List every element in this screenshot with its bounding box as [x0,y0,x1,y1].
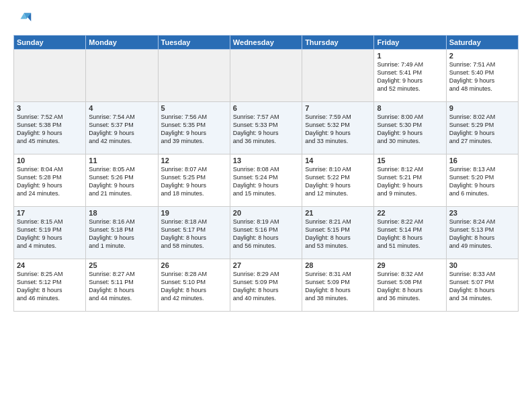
day-cell: 9Sunrise: 8:02 AM Sunset: 5:29 PM Daylig… [446,102,518,154]
day-info: Sunrise: 8:10 AM Sunset: 5:22 PM Dayligh… [305,165,371,198]
week-row-1: 1Sunrise: 7:49 AM Sunset: 5:41 PM Daylig… [14,50,519,102]
day-cell: 14Sunrise: 8:10 AM Sunset: 5:22 PM Dayli… [302,154,374,207]
day-cell: 24Sunrise: 8:25 AM Sunset: 5:12 PM Dayli… [14,259,86,312]
day-info: Sunrise: 7:59 AM Sunset: 5:32 PM Dayligh… [305,113,371,146]
day-info: Sunrise: 7:49 AM Sunset: 5:41 PM Dayligh… [377,60,443,93]
logo [13,11,35,30]
week-row-5: 24Sunrise: 8:25 AM Sunset: 5:12 PM Dayli… [14,259,519,312]
weekday-header-friday: Friday [374,36,446,50]
day-number: 13 [233,156,299,165]
week-row-2: 3Sunrise: 7:52 AM Sunset: 5:38 PM Daylig… [14,102,519,154]
day-number: 19 [161,209,227,217]
day-number: 17 [17,209,83,217]
day-cell [158,50,230,102]
day-number: 25 [89,261,154,269]
day-number: 22 [377,209,443,217]
page: SundayMondayTuesdayWednesdayThursdayFrid… [0,0,532,411]
day-info: Sunrise: 8:07 AM Sunset: 5:25 PM Dayligh… [161,165,227,198]
day-info: Sunrise: 8:33 AM Sunset: 5:07 PM Dayligh… [449,270,515,303]
day-info: Sunrise: 8:15 AM Sunset: 5:19 PM Dayligh… [17,218,83,250]
weekday-header-saturday: Saturday [446,36,518,50]
day-info: Sunrise: 7:56 AM Sunset: 5:35 PM Dayligh… [161,113,227,146]
day-cell [86,50,158,102]
day-number: 28 [305,261,371,269]
header [13,11,519,30]
day-cell: 4Sunrise: 7:54 AM Sunset: 5:37 PM Daylig… [86,102,158,154]
day-cell: 8Sunrise: 8:00 AM Sunset: 5:30 PM Daylig… [374,102,446,154]
logo-icon [13,11,32,30]
day-number: 14 [305,156,371,165]
day-info: Sunrise: 7:52 AM Sunset: 5:38 PM Dayligh… [17,113,83,146]
day-cell: 16Sunrise: 8:13 AM Sunset: 5:20 PM Dayli… [446,154,518,207]
day-number: 8 [377,104,443,112]
day-cell [302,50,374,102]
weekday-header-row: SundayMondayTuesdayWednesdayThursdayFrid… [14,36,519,50]
day-cell: 30Sunrise: 8:33 AM Sunset: 5:07 PM Dayli… [446,259,518,312]
day-cell: 20Sunrise: 8:19 AM Sunset: 5:16 PM Dayli… [230,207,302,259]
day-cell: 1Sunrise: 7:49 AM Sunset: 5:41 PM Daylig… [374,50,446,102]
day-info: Sunrise: 8:27 AM Sunset: 5:11 PM Dayligh… [89,270,154,303]
day-number: 16 [449,156,515,165]
day-cell: 28Sunrise: 8:31 AM Sunset: 5:09 PM Dayli… [302,259,374,312]
day-cell: 5Sunrise: 7:56 AM Sunset: 5:35 PM Daylig… [158,102,230,154]
day-info: Sunrise: 7:54 AM Sunset: 5:37 PM Dayligh… [89,113,154,146]
day-info: Sunrise: 8:25 AM Sunset: 5:12 PM Dayligh… [17,270,83,303]
weekday-header-tuesday: Tuesday [158,36,230,50]
day-cell: 6Sunrise: 7:57 AM Sunset: 5:33 PM Daylig… [230,102,302,154]
weekday-header-monday: Monday [86,36,158,50]
day-number: 11 [89,156,154,165]
day-cell: 17Sunrise: 8:15 AM Sunset: 5:19 PM Dayli… [14,207,86,259]
day-info: Sunrise: 8:21 AM Sunset: 5:15 PM Dayligh… [305,218,371,250]
day-cell: 2Sunrise: 7:51 AM Sunset: 5:40 PM Daylig… [446,50,518,102]
day-number: 12 [161,156,227,165]
day-number: 15 [377,156,443,165]
day-number: 27 [233,261,299,269]
day-cell: 3Sunrise: 7:52 AM Sunset: 5:38 PM Daylig… [14,102,86,154]
day-cell: 22Sunrise: 8:22 AM Sunset: 5:14 PM Dayli… [374,207,446,259]
day-info: Sunrise: 8:04 AM Sunset: 5:28 PM Dayligh… [17,165,83,198]
day-info: Sunrise: 8:28 AM Sunset: 5:10 PM Dayligh… [161,270,227,303]
day-number: 2 [449,52,515,60]
day-info: Sunrise: 7:51 AM Sunset: 5:40 PM Dayligh… [449,60,515,93]
weekday-header-thursday: Thursday [302,36,374,50]
day-cell: 29Sunrise: 8:32 AM Sunset: 5:08 PM Dayli… [374,259,446,312]
day-number: 5 [161,104,227,112]
day-cell: 25Sunrise: 8:27 AM Sunset: 5:11 PM Dayli… [86,259,158,312]
day-cell: 13Sunrise: 8:08 AM Sunset: 5:24 PM Dayli… [230,154,302,207]
day-cell: 23Sunrise: 8:24 AM Sunset: 5:13 PM Dayli… [446,207,518,259]
day-info: Sunrise: 8:19 AM Sunset: 5:16 PM Dayligh… [233,218,299,250]
day-cell [14,50,86,102]
day-info: Sunrise: 8:12 AM Sunset: 5:21 PM Dayligh… [377,165,443,198]
day-info: Sunrise: 8:05 AM Sunset: 5:26 PM Dayligh… [89,165,154,198]
day-number: 21 [305,209,371,217]
day-number: 26 [161,261,227,269]
day-cell: 15Sunrise: 8:12 AM Sunset: 5:21 PM Dayli… [374,154,446,207]
day-info: Sunrise: 8:18 AM Sunset: 5:17 PM Dayligh… [161,218,227,250]
day-cell: 18Sunrise: 8:16 AM Sunset: 5:18 PM Dayli… [86,207,158,259]
day-info: Sunrise: 8:08 AM Sunset: 5:24 PM Dayligh… [233,165,299,198]
day-info: Sunrise: 8:31 AM Sunset: 5:09 PM Dayligh… [305,270,371,303]
day-info: Sunrise: 7:57 AM Sunset: 5:33 PM Dayligh… [233,113,299,146]
day-number: 23 [449,209,515,217]
day-number: 4 [89,104,154,112]
day-number: 3 [17,104,83,112]
day-number: 7 [305,104,371,112]
day-cell: 21Sunrise: 8:21 AM Sunset: 5:15 PM Dayli… [302,207,374,259]
day-info: Sunrise: 8:22 AM Sunset: 5:14 PM Dayligh… [377,218,443,250]
day-cell: 27Sunrise: 8:29 AM Sunset: 5:09 PM Dayli… [230,259,302,312]
day-number: 30 [449,261,515,269]
day-info: Sunrise: 8:24 AM Sunset: 5:13 PM Dayligh… [449,218,515,250]
day-number: 18 [89,209,154,217]
day-cell [230,50,302,102]
day-number: 9 [449,104,515,112]
day-info: Sunrise: 8:16 AM Sunset: 5:18 PM Dayligh… [89,218,154,250]
day-cell: 11Sunrise: 8:05 AM Sunset: 5:26 PM Dayli… [86,154,158,207]
day-number: 24 [17,261,83,269]
day-cell: 10Sunrise: 8:04 AM Sunset: 5:28 PM Dayli… [14,154,86,207]
day-info: Sunrise: 8:00 AM Sunset: 5:30 PM Dayligh… [377,113,443,146]
day-cell: 12Sunrise: 8:07 AM Sunset: 5:25 PM Dayli… [158,154,230,207]
week-row-3: 10Sunrise: 8:04 AM Sunset: 5:28 PM Dayli… [14,154,519,207]
day-cell: 19Sunrise: 8:18 AM Sunset: 5:17 PM Dayli… [158,207,230,259]
day-number: 1 [377,52,443,60]
day-info: Sunrise: 8:29 AM Sunset: 5:09 PM Dayligh… [233,270,299,303]
